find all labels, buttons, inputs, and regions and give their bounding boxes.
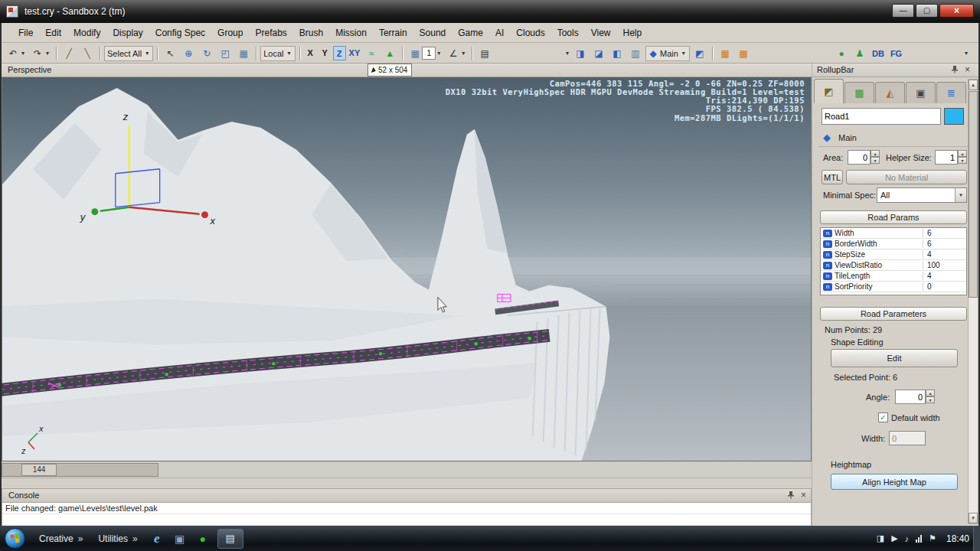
show-desktop-button[interactable]: [973, 526, 980, 551]
menu-mission[interactable]: Mission: [329, 24, 373, 41]
axis-y-button[interactable]: Y: [318, 46, 332, 60]
helper-size-input[interactable]: [935, 150, 958, 165]
scroll-up-icon[interactable]: ▴: [969, 80, 978, 90]
axis-x-button[interactable]: X: [304, 46, 317, 60]
rollup-scrollbar[interactable]: ▴ ▾: [968, 79, 978, 524]
param-value[interactable]: 100: [923, 261, 966, 269]
link-button[interactable]: ╱: [60, 46, 77, 61]
utilities-toolbar-label[interactable]: Utilities: [98, 533, 128, 544]
menu-ai[interactable]: AI: [489, 24, 510, 41]
object-color-swatch[interactable]: [944, 108, 964, 125]
param-value[interactable]: 4: [923, 250, 966, 259]
edit-button[interactable]: Edit: [831, 349, 958, 367]
horizontal-scrollbar[interactable]: 144: [2, 461, 812, 478]
tray-display-icon[interactable]: ◨: [877, 533, 884, 543]
menu-terrain[interactable]: Terrain: [373, 24, 413, 41]
rollup-scroll-thumb[interactable]: [969, 91, 978, 298]
chevron-right-icon[interactable]: »: [132, 533, 138, 544]
pin-icon[interactable]: [787, 491, 795, 499]
network-icon[interactable]: [916, 534, 922, 543]
pin-icon[interactable]: [951, 65, 959, 73]
width-input[interactable]: [889, 431, 926, 445]
creative-toolbar-label[interactable]: Creative: [39, 533, 74, 544]
road-params-header[interactable]: Road Params: [820, 210, 967, 224]
angle-input[interactable]: [895, 390, 926, 404]
spin-down-icon[interactable]: ▾: [926, 396, 935, 403]
area-input[interactable]: [848, 150, 871, 165]
layout-2-button[interactable]: ▦: [735, 46, 752, 61]
material-button[interactable]: No Material: [846, 170, 967, 184]
menu-modify[interactable]: Modify: [67, 24, 106, 41]
layer-row[interactable]: ◆ Main: [818, 129, 969, 147]
viewport-canvas[interactable]: z y x x z CamPos=446 383 115 Angl= -2 0 …: [2, 77, 812, 461]
menu-config-spec[interactable]: Config Spec: [149, 24, 211, 41]
maximize-button[interactable]: ▢: [916, 4, 938, 18]
menu-game[interactable]: Game: [452, 24, 489, 41]
menu-view[interactable]: View: [585, 24, 617, 41]
menu-brush[interactable]: Brush: [293, 24, 329, 41]
menu-sound[interactable]: Sound: [413, 24, 452, 41]
rotate-tool-button[interactable]: ↻: [198, 46, 215, 61]
tab-modelling[interactable]: ◭: [875, 82, 905, 103]
object-name-input[interactable]: [822, 108, 941, 125]
spin-down-icon[interactable]: ▾: [871, 157, 880, 164]
chevron-down-icon[interactable]: ▾: [955, 188, 966, 202]
rollupbar-header[interactable]: RollupBar ×: [812, 64, 980, 77]
menu-tools[interactable]: Tools: [551, 24, 585, 41]
ai-debug-button[interactable]: ♟: [851, 46, 868, 61]
chevron-right-icon[interactable]: »: [78, 533, 83, 544]
unlink-button[interactable]: ╲: [79, 46, 96, 61]
spin-up-icon[interactable]: ▴: [926, 390, 935, 396]
internet-explorer-icon[interactable]: e: [149, 530, 165, 547]
tab-objects[interactable]: ◩: [814, 79, 844, 103]
tab-display[interactable]: ▣: [906, 82, 936, 103]
move-tool-button[interactable]: ⊕: [180, 46, 197, 61]
tray-play-icon[interactable]: ▶: [891, 533, 897, 543]
param-value[interactable]: 0: [923, 282, 966, 291]
follow-terrain-button[interactable]: ≈: [363, 46, 380, 61]
menu-file[interactable]: File: [12, 24, 39, 41]
taskbar-app-button[interactable]: ▤: [217, 529, 243, 549]
action-center-flag-icon[interactable]: ⚑: [929, 533, 936, 543]
menu-edit[interactable]: Edit: [39, 24, 67, 41]
road-parameters-header[interactable]: Road Parameters: [820, 307, 967, 321]
default-width-checkbox[interactable]: ✓: [878, 412, 888, 422]
console-header[interactable]: Console ×: [2, 488, 812, 503]
toolbar-overflow-icon[interactable]: ▾: [963, 50, 969, 57]
goto-selection-button[interactable]: ◪: [590, 46, 607, 61]
tray-volume-icon[interactable]: ♪: [905, 534, 910, 543]
area-stepper[interactable]: ▴▾: [871, 150, 880, 164]
notes-button[interactable]: ▤: [476, 46, 493, 61]
menu-prefabs[interactable]: Prefabs: [249, 24, 292, 41]
param-value[interactable]: 6: [923, 229, 966, 237]
rollupbar-close-icon[interactable]: ×: [965, 66, 970, 73]
layer-dropdown[interactable]: ◆Main▾: [645, 46, 690, 61]
taskbar-clock[interactable]: 18:40: [946, 533, 969, 544]
flowgraph-button[interactable]: FG: [888, 49, 904, 58]
chevron-down-icon[interactable]: ▾: [564, 50, 570, 57]
align-height-map-button[interactable]: Align Height Map: [831, 474, 958, 490]
helper-size-stepper[interactable]: ▴▾: [958, 150, 967, 164]
align-object-button[interactable]: ◧: [609, 46, 626, 61]
taskbar-toolbar-creative[interactable]: Creative »: [39, 533, 83, 544]
grid-snap-button[interactable]: ▦1▾: [407, 46, 443, 61]
spin-up-icon[interactable]: ▴: [871, 150, 880, 157]
layout-1-button[interactable]: ▦: [717, 46, 733, 61]
menu-help[interactable]: Help: [616, 24, 648, 41]
road-params-table[interactable]: nWidth6 nBorderWidth6 nStepSize4 nViewDi…: [820, 227, 967, 295]
scroll-down-icon[interactable]: ▾: [969, 513, 978, 523]
menu-display[interactable]: Display: [106, 24, 149, 41]
minimize-button[interactable]: —: [892, 4, 914, 18]
align-grid-button[interactable]: ▥: [627, 46, 644, 61]
select-tool-button[interactable]: ↖: [162, 46, 178, 61]
freeze-button[interactable]: ◩: [691, 46, 708, 61]
export-button[interactable]: ◨: [572, 46, 589, 61]
launcher-orb-icon[interactable]: ●: [194, 530, 211, 547]
area-select-button[interactable]: ▦: [235, 46, 252, 61]
spin-up-icon[interactable]: ▴: [958, 150, 967, 157]
axis-z-button[interactable]: Z: [333, 46, 346, 60]
scrollbar-thumb[interactable]: 144: [21, 464, 57, 476]
angle-snap-button[interactable]: ∠▾: [445, 46, 468, 61]
tab-layers[interactable]: ≣: [936, 82, 966, 103]
close-button[interactable]: ×: [939, 4, 974, 18]
